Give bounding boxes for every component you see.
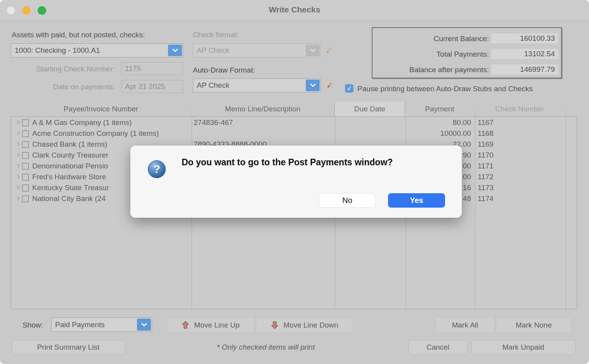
row-checkbox[interactable] bbox=[22, 130, 29, 137]
dialog-message: Do you want to go to the Post Payments w… bbox=[182, 157, 449, 168]
move-line-down-button[interactable]: Move Line Down bbox=[256, 317, 353, 333]
row-checkbox[interactable] bbox=[22, 152, 29, 159]
window-title: Write Checks bbox=[0, 5, 589, 14]
row-memo: 274836-467 bbox=[192, 117, 335, 128]
total-payments-label: Total Payments: bbox=[376, 49, 489, 60]
current-balance-label: Current Balance: bbox=[376, 33, 489, 44]
column-header-payee[interactable]: Payee/Invoice Number bbox=[11, 102, 191, 116]
table-row[interactable]: › Acme Construction Company (1 items) 10… bbox=[11, 128, 577, 139]
mark-none-label: Mark None bbox=[516, 321, 552, 329]
row-due-date bbox=[335, 128, 405, 139]
check-format-value: AP Check bbox=[197, 46, 229, 55]
row-payee-label: A & M Gas Company (1 items) bbox=[32, 117, 132, 128]
row-payee-label: Fred's Hardware Store bbox=[32, 172, 106, 182]
mark-none-button[interactable]: Mark None bbox=[496, 317, 572, 333]
autodraw-format-select[interactable]: AP Check bbox=[193, 78, 321, 92]
row-check-number: 1172 bbox=[475, 172, 566, 182]
cancel-button[interactable]: Cancel bbox=[408, 340, 468, 355]
pause-printing-checkbox[interactable]: ✓ bbox=[345, 84, 353, 93]
autodraw-format-label: Auto-Draw Format: bbox=[193, 66, 255, 75]
date-on-payments-field[interactable]: Apr 21 2025 bbox=[121, 80, 183, 93]
account-select-value: 1000: Checking - 1000.A1 bbox=[15, 46, 100, 55]
row-payment: 10000.00 bbox=[405, 128, 475, 139]
current-balance-value: 160100.33 bbox=[491, 33, 558, 43]
chevron-down-icon[interactable] bbox=[168, 45, 182, 56]
print-summary-list-button[interactable]: Print Summary List bbox=[12, 340, 125, 355]
check-format-select: AP Check bbox=[193, 43, 321, 57]
post-payments-dialog: ? Do you want to go to the Post Payments… bbox=[130, 146, 462, 218]
row-check-number: 1173 bbox=[475, 182, 566, 193]
total-payments-value: 13102.54 bbox=[491, 49, 558, 59]
balance-summary-box: Current Balance: 160100.33 Total Payment… bbox=[372, 27, 562, 78]
disclosure-chevron-icon[interactable]: › bbox=[17, 161, 20, 170]
row-payee-label: Acme Construction Company (1 items) bbox=[32, 128, 159, 139]
row-check-number: 1167 bbox=[475, 117, 566, 128]
starting-check-field[interactable]: 1175 bbox=[121, 62, 183, 75]
chevron-down-icon[interactable] bbox=[306, 80, 320, 91]
mark-all-button[interactable]: Mark All bbox=[435, 317, 495, 333]
chevron-down-icon bbox=[306, 45, 320, 56]
date-on-payments-label: Date on payments: bbox=[12, 83, 115, 91]
balance-after-payments-label: Balance after payments: bbox=[376, 64, 489, 75]
disclosure-chevron-icon[interactable]: › bbox=[17, 193, 20, 203]
autodraw-format-value: AP Check bbox=[197, 81, 229, 90]
row-check-number: 1171 bbox=[475, 161, 566, 172]
table-row[interactable]: › A & M Gas Company (1 items) 274836-467… bbox=[11, 117, 577, 128]
row-payee-label: Denominational Pensio bbox=[32, 161, 108, 172]
row-due-date bbox=[335, 117, 405, 128]
column-header-payment[interactable]: Payment bbox=[405, 102, 475, 116]
print-summary-list-label: Print Summary List bbox=[37, 343, 99, 352]
disclosure-chevron-icon[interactable]: › bbox=[17, 172, 20, 181]
show-filter-select[interactable]: Paid Payments bbox=[51, 317, 152, 332]
no-button[interactable]: No bbox=[319, 193, 376, 208]
show-filter-value: Paid Payments bbox=[55, 321, 105, 329]
edit-pencil-icon bbox=[324, 45, 334, 55]
column-header-check-number[interactable]: Check Number bbox=[475, 102, 565, 116]
disclosure-chevron-icon[interactable]: › bbox=[17, 182, 20, 192]
check-format-label: Check format: bbox=[193, 31, 239, 39]
move-line-down-label: Move Line Down bbox=[283, 321, 338, 329]
write-checks-window: Write Checks Assets with paid, but not p… bbox=[0, 0, 589, 364]
disclosure-chevron-icon[interactable]: › bbox=[17, 150, 20, 159]
cancel-label: Cancel bbox=[426, 343, 449, 352]
row-check-number: 1174 bbox=[475, 193, 566, 204]
row-checkbox[interactable] bbox=[22, 196, 29, 202]
row-payment: 80.00 bbox=[405, 117, 475, 128]
arrow-down-icon bbox=[271, 321, 279, 329]
column-header-memo[interactable]: Memo Line/Description bbox=[191, 102, 334, 116]
mark-all-label: Mark All bbox=[452, 321, 478, 329]
pause-printing-label: Pause printing between Auto-Draw Stubs a… bbox=[357, 85, 533, 93]
yes-button[interactable]: Yes bbox=[388, 193, 445, 208]
chevron-down-icon[interactable] bbox=[137, 319, 151, 331]
disclosure-chevron-icon[interactable]: › bbox=[17, 117, 20, 127]
row-checkbox[interactable] bbox=[22, 163, 29, 170]
row-checkbox[interactable] bbox=[22, 120, 29, 126]
row-memo bbox=[192, 128, 335, 139]
starting-check-label: Starting Check Number: bbox=[12, 65, 115, 73]
account-select[interactable]: 1000: Checking - 1000.A1 bbox=[11, 43, 183, 57]
move-line-up-button[interactable]: Move Line Up bbox=[167, 317, 255, 333]
row-checkbox[interactable] bbox=[22, 174, 29, 180]
title-bar: Write Checks bbox=[0, 0, 589, 21]
no-label: No bbox=[342, 196, 352, 205]
row-checkbox[interactable] bbox=[22, 185, 29, 191]
row-checkbox[interactable] bbox=[22, 141, 29, 148]
row-check-number: 1169 bbox=[475, 139, 566, 150]
checkmark-icon: ✓ bbox=[346, 85, 352, 93]
yes-label: Yes bbox=[410, 196, 423, 205]
starting-check-value: 1175 bbox=[125, 64, 141, 73]
row-payee-label: Kentucky State Treasur bbox=[32, 182, 109, 193]
assets-label: Assets with paid, but not posted, checks… bbox=[12, 31, 145, 39]
question-mark-icon: ? bbox=[148, 160, 166, 178]
column-header-due-date[interactable]: Due Date bbox=[334, 102, 405, 116]
date-on-payments-value: Apr 21 2025 bbox=[125, 82, 165, 91]
balance-after-payments-value: 146997.79 bbox=[491, 64, 558, 75]
table-header: Payee/Invoice Number Memo Line/Descripti… bbox=[11, 102, 577, 116]
row-payee-label: Clark County Treasurer bbox=[32, 150, 108, 161]
disclosure-chevron-icon[interactable]: › bbox=[17, 139, 20, 148]
mark-unpaid-label: Mark Unpaid bbox=[502, 343, 544, 352]
print-note: * Only checked items will print bbox=[175, 343, 357, 352]
edit-pencil-icon[interactable] bbox=[325, 80, 334, 90]
mark-unpaid-button[interactable]: Mark Unpaid bbox=[471, 340, 575, 355]
disclosure-chevron-icon[interactable]: › bbox=[17, 128, 20, 137]
